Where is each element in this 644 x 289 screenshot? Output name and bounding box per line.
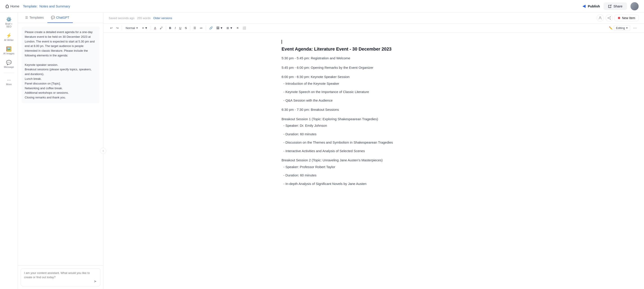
toolbar-meta: Saved seconds ago 255 words Older versio… <box>109 16 594 20</box>
style-select[interactable]: Normal ▼ <box>124 26 140 30</box>
sidebar-item-more[interactable]: ··· More <box>1 76 17 88</box>
publish-button[interactable]: Publish <box>582 4 600 8</box>
text-color-button[interactable]: A <box>153 26 158 30</box>
tab-templates[interactable]: ☰ Templates <box>22 12 48 23</box>
svg-line-6 <box>608 18 610 19</box>
separator-5 <box>206 26 206 30</box>
chat-input-wrap: ➤ <box>21 268 100 286</box>
svg-marker-0 <box>582 5 586 8</box>
editor-area: Saved seconds ago 255 words Older versio… <box>103 12 644 289</box>
sidebar-item-ai-writer[interactable]: ⚡ AI Writer <box>1 32 17 43</box>
time-slot-1: 5:45 pm - 6:00 pm: Opening Remarks by th… <box>282 65 466 70</box>
editor-body: Event Agenda: Literature Event - 30 Dece… <box>282 40 466 186</box>
older-versions-link[interactable]: Older versions <box>153 16 172 20</box>
block-2: 6:00 pm - 6:30 pm: Keynote Speaker Sessi… <box>282 74 466 103</box>
share-icon-button[interactable] <box>606 14 613 22</box>
svg-line-5 <box>608 17 610 18</box>
editor-content[interactable]: Event Agenda: Literature Event - 30 Dece… <box>103 32 644 289</box>
sidebar-label-brief-seo: Brief + SEO <box>3 22 15 28</box>
separator-1 <box>122 26 122 30</box>
session-item-2-2: - Q&A Session with the Audience <box>282 98 466 103</box>
italic-button[interactable]: I <box>174 26 177 30</box>
session-title-2: 6:00 pm - 6:30 pm: Keynote Speaker Sessi… <box>282 74 466 80</box>
new-item-dot <box>618 17 620 19</box>
underline-button[interactable]: U <box>178 26 183 30</box>
session-item-4-1: - Duration: 60 minutes <box>282 131 466 137</box>
svg-point-2 <box>610 17 610 17</box>
block-4: Breakout Session 1 (Topic: Exploring Sha… <box>282 116 466 154</box>
document-title: Event Agenda: Literature Event - 30 Dece… <box>282 46 466 52</box>
template-name: Notes and Summary <box>39 4 70 8</box>
bold-button[interactable]: B <box>168 26 172 30</box>
image-button[interactable]: 🖼 ▼ <box>215 26 224 30</box>
template-label: Template: Notes and Summary <box>23 4 582 8</box>
tab-chatgpt[interactable]: 💬 ChatGPT <box>48 12 73 23</box>
session-item-5-0: - Speaker: Professor Robert Taylor <box>282 164 466 170</box>
new-item-button[interactable]: New Item <box>614 14 638 21</box>
home-label: Home <box>10 4 19 8</box>
editor-format-bar: ↩ ↪ Normal ▼ ≡ ▼ A 🖊 B I U S ☰ ≔ 🔗 🖼 ▼ ⊞… <box>103 24 644 32</box>
chevron-down-icon: ▼ <box>136 27 138 29</box>
sidebar-item-brief-seo[interactable]: ⚙️ Brief + SEO <box>1 15 17 30</box>
bullet-list-button[interactable]: ☰ <box>192 26 198 30</box>
session-item-4-2: - Discussion on the Themes and Symbolism… <box>282 140 466 146</box>
toolbar-actions: New Item <box>596 14 638 22</box>
editing-indicator: ✏️ Editing ▼ ⋯ <box>609 25 638 31</box>
cursor-line <box>282 40 466 44</box>
chat-input[interactable] <box>24 271 92 284</box>
chat-input-area: ➤ <box>18 266 103 289</box>
avatar[interactable] <box>630 2 638 10</box>
highlight-button[interactable]: 🖊 <box>158 26 164 30</box>
word-count: 255 words <box>137 16 150 20</box>
separator-4 <box>190 26 190 30</box>
prompt-text: Please create a detailed event agenda fo… <box>25 30 94 99</box>
home-button[interactable]: Home <box>6 4 19 8</box>
table-button[interactable]: ⊞ ▼ <box>225 26 234 30</box>
numbered-list-button[interactable]: ≔ <box>198 26 204 30</box>
session-item-4-0: - Speaker: Dr. Emily Johnson <box>282 123 466 128</box>
prompt-box: Please create a detailed event agenda fo… <box>22 27 100 103</box>
edit-pencil-icon: ✏️ <box>609 26 612 30</box>
link-button[interactable]: 🔗 <box>208 26 214 30</box>
share-button[interactable]: Share <box>604 2 627 10</box>
save-status: Saved seconds ago <box>109 16 134 20</box>
editing-dropdown[interactable]: Editing ▼ <box>614 25 630 31</box>
time-slot-0: 5:30 pm - 5:45 pm: Registration and Welc… <box>282 55 466 61</box>
user-icon-button[interactable] <box>596 14 604 22</box>
side-panel: ☰ Templates 💬 ChatGPT ‹ Please create a … <box>18 12 103 289</box>
panel-content: Please create a detailed event agenda fo… <box>18 23 103 266</box>
undo-button[interactable]: ↩ <box>109 26 114 30</box>
sidebar-label-more: More <box>6 83 12 86</box>
sidebar-label-message: Message <box>4 66 14 68</box>
align-button[interactable]: ≡ ▼ <box>141 26 149 30</box>
icon-sidebar: ⚙️ Brief + SEO ⚡ AI Writer 🖼️ AI Images … <box>0 12 18 289</box>
svg-point-4 <box>608 18 608 18</box>
session-item-2-0: - Introduction of the Keynote Speaker <box>282 81 466 86</box>
more-options-button[interactable]: ⋯ <box>632 25 638 31</box>
lightning-icon: ⚡ <box>6 33 12 38</box>
style-label: Normal <box>126 26 135 30</box>
panel-tabs: ☰ Templates 💬 ChatGPT <box>18 12 103 23</box>
redo-button[interactable]: ↪ <box>115 26 120 30</box>
top-nav: Home Template: Notes and Summary Publish… <box>0 0 644 12</box>
clear-format-button[interactable]: ✕ <box>235 26 240 30</box>
session-item-5-2: - In-depth Analysis of Significant Novel… <box>282 181 466 187</box>
send-button[interactable]: ➤ <box>93 279 97 284</box>
special-char-button[interactable]: ⬜ <box>241 26 248 30</box>
sidebar-item-ai-images[interactable]: 🖼️ AI Images <box>1 45 17 57</box>
block-5: Breakout Session 2 (Topic: Unraveling Ja… <box>282 157 466 186</box>
separator-2 <box>151 26 151 30</box>
image-icon: 🖼️ <box>6 47 12 51</box>
editing-chevron-icon: ▼ <box>626 27 628 29</box>
more-icon: ··· <box>7 78 11 82</box>
panel-collapse-button[interactable]: ‹ <box>100 148 106 154</box>
time-slot-3: 6:30 pm - 7:30 pm: Breakout Sessions <box>282 107 466 112</box>
sidebar-label-ai-images: AI Images <box>3 52 14 55</box>
svg-point-1 <box>600 17 601 18</box>
block-1: 5:45 pm - 6:00 pm: Opening Remarks by th… <box>282 65 466 70</box>
strikethrough-button[interactable]: S <box>184 26 188 30</box>
sidebar-label-ai-writer: AI Writer <box>4 39 14 41</box>
sidebar-item-message[interactable]: 💬 Message <box>1 58 17 70</box>
chat-icon: 💬 <box>6 60 12 65</box>
block-3: 6:30 pm - 7:30 pm: Breakout Sessions <box>282 107 466 112</box>
